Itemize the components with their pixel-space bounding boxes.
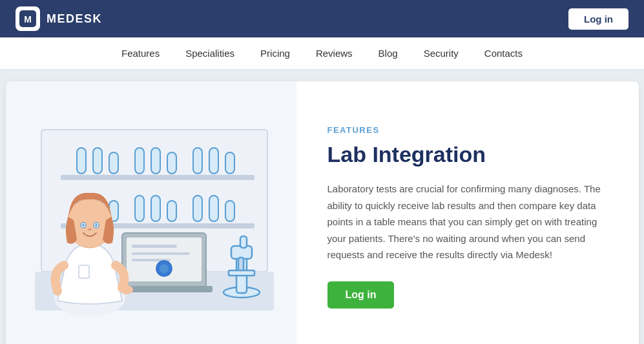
svg-point-44: [82, 224, 85, 227]
nav-security[interactable]: Security: [422, 37, 460, 69]
topbar-login-button[interactable]: Log in: [568, 8, 628, 30]
svg-rect-19: [167, 201, 176, 221]
svg-rect-20: [193, 196, 202, 221]
svg-rect-8: [151, 148, 160, 174]
nav-reviews[interactable]: Reviews: [315, 37, 354, 69]
svg-rect-37: [229, 270, 254, 276]
svg-rect-10: [193, 148, 202, 174]
content-panel: FEATURES Lab Integration Laboratory test…: [296, 81, 639, 344]
subnav: Features Specialities Pricing Reviews Bl…: [0, 37, 644, 70]
svg-point-30: [160, 264, 169, 273]
svg-rect-4: [77, 148, 86, 174]
section-label: FEATURES: [327, 125, 607, 135]
nav-specialities[interactable]: Specialities: [184, 37, 236, 69]
logo-area: M MEDESK: [16, 6, 102, 31]
nav-features[interactable]: Features: [120, 37, 161, 69]
svg-rect-5: [93, 148, 102, 174]
topbar: M MEDESK Log in: [0, 0, 644, 37]
svg-rect-7: [135, 148, 144, 174]
nav-contacts[interactable]: Contacts: [483, 37, 524, 69]
logo-icon: M: [16, 6, 40, 31]
svg-rect-3: [61, 175, 254, 180]
svg-rect-26: [132, 245, 177, 248]
svg-rect-22: [225, 201, 234, 221]
logo-text: MEDESK: [47, 12, 102, 26]
svg-rect-12: [225, 152, 234, 174]
svg-rect-11: [209, 148, 218, 174]
svg-rect-9: [167, 152, 176, 174]
svg-rect-17: [135, 196, 144, 221]
main-content: FEATURES Lab Integration Laboratory test…: [6, 81, 639, 344]
nav-blog[interactable]: Blog: [377, 37, 399, 69]
svg-rect-18: [151, 196, 160, 221]
svg-rect-6: [109, 152, 118, 174]
hero-description: Laboratory tests are crucial for confirm…: [327, 181, 607, 263]
svg-rect-27: [132, 252, 190, 255]
hero-login-button[interactable]: Log in: [327, 281, 395, 309]
svg-point-45: [95, 224, 98, 227]
svg-rect-35: [240, 236, 247, 248]
svg-rect-21: [209, 196, 218, 221]
illustration-panel: [6, 81, 296, 344]
svg-point-40: [120, 285, 133, 294]
svg-rect-36: [238, 258, 244, 272]
svg-text:M: M: [24, 14, 32, 25]
nav-pricing[interactable]: Pricing: [259, 37, 291, 69]
page-title: Lab Integration: [327, 141, 607, 168]
